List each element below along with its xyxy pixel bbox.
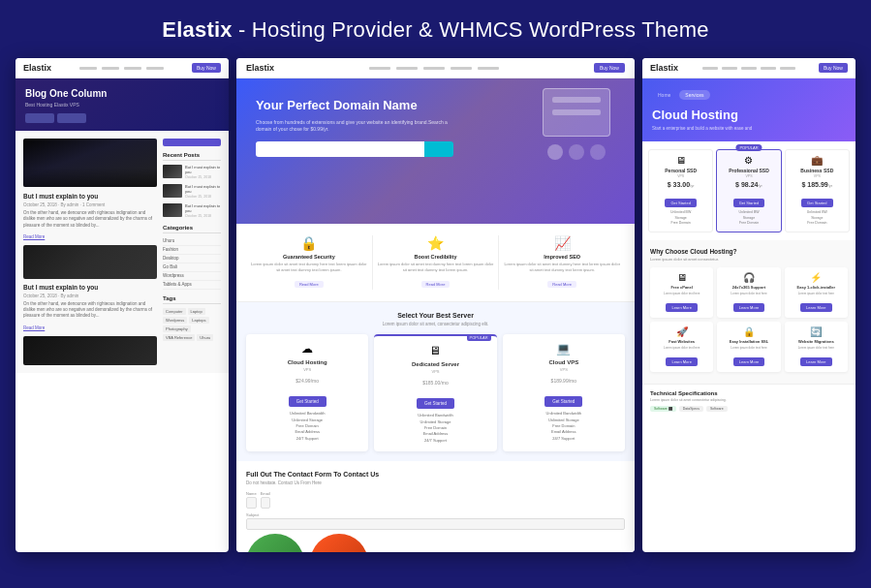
- blog-content: But I must explain to you October 25, 20…: [16, 131, 229, 373]
- feature-link-2[interactable]: Read More: [421, 281, 451, 288]
- nav-link: [780, 67, 795, 70]
- tag-1[interactable]: Computer: [163, 308, 186, 315]
- why-item-fast: 🚀 Fast Websites Lorem ipsum dolor text h…: [650, 322, 713, 372]
- domain-search-bar: [256, 141, 453, 157]
- contact-title: Full Out The Contact Form To Contact Us: [246, 471, 625, 478]
- why-item-installer: ⚡ Easy 1-click-installer Lorem ipsum dol…: [785, 267, 848, 318]
- nav-link: [146, 67, 164, 70]
- support-btn[interactable]: Learn More: [733, 303, 764, 312]
- feature-link-1[interactable]: Read More: [295, 281, 324, 288]
- fast-btn[interactable]: Learn More: [666, 357, 697, 366]
- sidebar-search[interactable]: [163, 139, 221, 146]
- personal-btn[interactable]: Get Started: [665, 199, 696, 207]
- card-btn-3[interactable]: Get Started: [544, 396, 582, 407]
- credibility-icon: ⭐: [378, 235, 494, 251]
- nav-link: [741, 67, 757, 70]
- tag-2[interactable]: Laptop: [188, 308, 205, 315]
- form-field-email[interactable]: [261, 497, 270, 509]
- cat-2[interactable]: Fashion: [163, 246, 221, 255]
- nav-link: [369, 67, 390, 70]
- tech-badge-2: DataSpecs: [679, 406, 703, 412]
- cpanel-icon: 🖥: [654, 272, 709, 283]
- previews-container: Elastix Buy Now Blog One Column Best Hos…: [16, 58, 855, 552]
- server-icon-2: [569, 144, 584, 160]
- professional-btn[interactable]: Get Started: [733, 199, 764, 207]
- post-title-1: But I must explain to you: [23, 193, 157, 200]
- hero-tab-home[interactable]: Home: [652, 90, 676, 100]
- installer-desc: Lorem ipsum dolor text here: [789, 292, 844, 295]
- tag-4[interactable]: Laptops: [189, 317, 208, 324]
- blog-hero-btn2[interactable]: [57, 113, 86, 123]
- hosting-nav-links: [702, 67, 795, 70]
- server-box: [543, 88, 610, 137]
- ssl-btn[interactable]: Learn More: [733, 357, 764, 366]
- title-bold: Elastix: [162, 17, 232, 42]
- card-btn-1[interactable]: Get Started: [289, 396, 327, 407]
- feature-link-3[interactable]: Read More: [547, 281, 576, 288]
- nav-link: [761, 67, 776, 70]
- domain-nav-btn[interactable]: Buy Now: [594, 63, 625, 73]
- personal-name: Personal SSD: [653, 168, 708, 173]
- domain-hero-graphic: [528, 88, 625, 195]
- card-type-3: VPS: [509, 367, 619, 372]
- feature-credibility: ⭐ Boost Credibility Lorem ipsum dolor si…: [373, 235, 500, 290]
- domain-nav-logo: Elastix: [246, 63, 274, 73]
- server-card-cloud: ☁ Cloud Hosting VPS $24.99/mo Get Starte…: [246, 334, 368, 451]
- card-btn-2[interactable]: Get Started: [417, 398, 454, 409]
- domain-search-btn[interactable]: [424, 141, 453, 157]
- blog-hero-subtitle: Best Hosting Elastix VPS: [25, 102, 219, 108]
- nav-link: [451, 67, 472, 70]
- business-btn[interactable]: Get Started: [801, 199, 832, 207]
- recent-post-img-3: [163, 203, 182, 217]
- hero-tab-services[interactable]: Services: [679, 90, 709, 100]
- blog-nav-links: [79, 67, 164, 70]
- hosting-hero-subtitle: Start a enterprise and build a website w…: [652, 126, 846, 132]
- read-more-1[interactable]: Read More: [23, 234, 157, 239]
- installer-title: Easy 1-click-installer: [789, 285, 844, 290]
- recent-post-text-2: But I must explain to youOctober 25, 201…: [185, 184, 221, 200]
- tag-6[interactable]: VBA Reference: [163, 334, 195, 341]
- tag-3[interactable]: Wordpress: [163, 317, 187, 324]
- card-badge-popular: POPULAR: [467, 334, 491, 341]
- support-desc: Lorem ipsum dolor text here: [721, 292, 776, 295]
- feature-seo: 📈 Improved SEO Lorem ipsum dolor sit ame…: [499, 235, 625, 290]
- contact-sub: Do not hesitate. Contact Us From Here: [246, 480, 625, 485]
- card-type-1: VPS: [252, 367, 362, 372]
- domain-features: 🔒 Guaranteed Security Lorem ipsum dolor …: [236, 224, 635, 302]
- server-icon-3: [590, 144, 606, 160]
- cat-3[interactable]: Desktop: [163, 255, 221, 263]
- server-card-dedicated: POPULAR 🖥 Dedicated Server VPS $185.00/m…: [374, 334, 496, 451]
- installer-btn[interactable]: Learn More: [800, 303, 831, 312]
- why-title: Why Choose Cloud Hosting?: [650, 248, 848, 255]
- cat-4[interactable]: Go Bali: [163, 263, 221, 272]
- dedicated-icon: 🖥: [380, 344, 490, 357]
- cat-1[interactable]: Uhuru: [163, 237, 221, 246]
- why-item-migration: 🔄 Website Migrations Lorem ipsum dolor t…: [785, 322, 848, 372]
- card-features-1: Unlimited Bandwidth Unlimited Storage Fr…: [252, 411, 362, 442]
- migration-btn[interactable]: Learn More: [800, 357, 831, 366]
- form-field-subject[interactable]: [246, 518, 625, 530]
- feature-title-3: Improved SEO: [504, 254, 620, 260]
- tech-badge-3: Software: [706, 406, 728, 412]
- tech-badges-row: Software ⬛ DataSpecs Software: [650, 406, 848, 412]
- blog-hero-btn1[interactable]: [25, 113, 54, 123]
- blog-nav-btn[interactable]: Buy Now: [192, 63, 221, 73]
- cat-5[interactable]: Wordpress: [163, 272, 221, 281]
- cpanel-btn[interactable]: Learn More: [666, 303, 697, 312]
- tag-5[interactable]: Photography: [163, 325, 191, 332]
- cat-6[interactable]: Tablets & Apps: [163, 281, 221, 290]
- support-icon: 🎧: [721, 272, 776, 283]
- tag-7[interactable]: Uhuru: [197, 334, 213, 341]
- read-more-2[interactable]: Read More: [23, 325, 157, 330]
- card-type-2: VPS: [380, 369, 490, 374]
- domain-search-input[interactable]: [256, 141, 424, 157]
- hosting-nav-btn[interactable]: Buy Now: [819, 63, 848, 73]
- domain-servers: Select Your Best Server Lorem ipsum dolo…: [236, 302, 635, 461]
- support-title: 24x7x365 Support: [721, 285, 776, 290]
- business-icon: 💼: [790, 155, 845, 166]
- card-features-2: Unlimited Bandwidth Unlimited Storage Fr…: [380, 413, 490, 444]
- form-label-email: Email: [261, 491, 270, 496]
- cpanel-title: Free cPanel: [654, 285, 709, 290]
- form-field-name[interactable]: [246, 497, 257, 509]
- fast-desc: Lorem ipsum dolor text here: [654, 346, 709, 350]
